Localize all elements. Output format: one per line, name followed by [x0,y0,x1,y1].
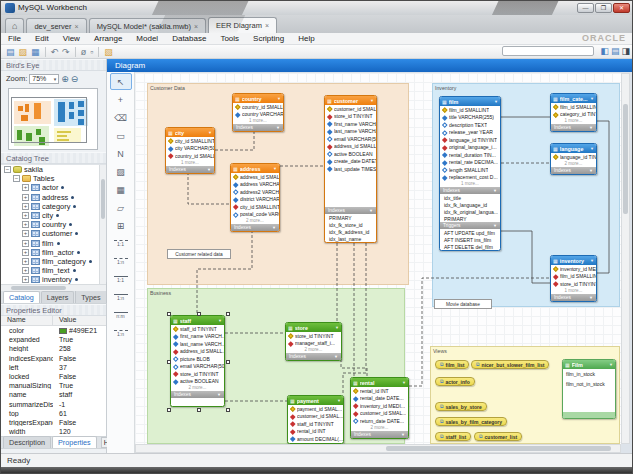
selection-handle[interactable] [167,360,171,364]
table-header[interactable]: ▦rental▼ [351,378,408,387]
table-inventory[interactable]: ▦inventory▼inventory_id MEDI...film_id S… [550,255,597,302]
collapse-icon[interactable]: ▼ [208,130,212,135]
table-header[interactable]: ▦customer▼ [325,96,376,105]
collapse-icon[interactable]: ▼ [335,325,339,330]
collapse-icon[interactable]: ▼ [370,98,374,103]
table-header[interactable]: ▦staff▼ [171,316,224,325]
selection-handle[interactable] [226,408,230,412]
save-icon[interactable]: ▦ [31,47,40,57]
tool-rel-1-n[interactable]: 1:n [110,289,132,306]
tree-item-tables[interactable]: −Tables [1,174,106,183]
selection-handle[interactable] [197,312,201,316]
expander-icon[interactable]: + [22,184,29,191]
collapse-icon[interactable]: ▼ [402,380,406,385]
tab-catalog[interactable]: Catalog [3,291,40,303]
tree-item-sakila[interactable]: −sakila [1,165,106,174]
expander-icon[interactable]: + [22,212,29,219]
table-language[interactable]: ▦language▼language_id TINY...2 more...In… [550,143,597,175]
tab-close-icon[interactable]: × [194,23,198,30]
tree-item-film-text[interactable]: +film_text [1,266,106,275]
new-document-icon[interactable]: ▤ [6,47,15,57]
collapse-icon[interactable]: ▼ [590,258,594,263]
table-address[interactable]: ▦address▼address_id SMALLINTaddress VARC… [230,163,280,232]
grid-icon[interactable]: ▫ [90,47,93,57]
search-input[interactable] [502,46,594,56]
table-header[interactable]: ▦country▼ [233,94,283,103]
expander-icon[interactable]: + [22,203,29,210]
menu-item-model[interactable]: Model [129,34,165,43]
expander-icon[interactable]: + [22,267,29,274]
collapse-icon[interactable]: ▼ [590,146,594,151]
tool-image[interactable]: ▨ [110,163,132,180]
routine-group-header[interactable]: ▦Film▼ [563,360,615,369]
table-payment[interactable]: ▦payment▼payment_id SMAL...customer_id S… [287,395,344,444]
section-indexes[interactable]: Indexes▼ [551,294,596,301]
section-indexes[interactable]: Indexes▼ [233,124,283,131]
canvas-horizontal-scrollbar[interactable] [135,444,621,453]
tab-layers[interactable]: Layers [41,291,75,303]
table-city[interactable]: ▦city▼city_id SMALLINTcity VARCHAR(50)co… [165,127,215,174]
property-row-summarizedisplay[interactable]: summarizeDisplay-1 [1,400,106,409]
selection-handle[interactable] [197,408,201,412]
close-button[interactable]: ✕ [613,3,630,13]
expander-icon[interactable]: + [22,249,29,256]
collapse-icon[interactable]: ▼ [218,318,222,323]
table-country[interactable]: ▦country▼country_id SMALLINTcountry VARC… [232,93,284,132]
birds-eye-minimap[interactable] [8,88,98,150]
section-indexes[interactable]: Indexes▼ [166,166,214,173]
menu-item-view[interactable]: View [56,34,87,43]
table-film[interactable]: ▦film▼film_id SMALLINTtitle VARCHAR(255)… [439,96,501,251]
tab-description[interactable]: Description [3,436,51,448]
property-row-manualsizing[interactable]: manualSizingTrue [1,381,106,390]
tool-rel-1-n-dashed[interactable]: 1:n [110,253,132,270]
tree-item-actor[interactable]: +actor [1,183,106,192]
collapse-icon[interactable]: ▼ [609,362,613,367]
tool-table[interactable]: ▦ [110,181,132,198]
selection-handle[interactable] [226,312,230,316]
tool-hand[interactable]: + [110,91,132,108]
tool-routine-group[interactable]: ⊞ [110,217,132,234]
menu-item-arrange[interactable]: Arrange [87,34,129,43]
tab-mysql-model-sakila-mwb[interactable]: MySQL Model* (sakila.mwb)× [89,18,206,33]
tree-item-film-actor[interactable]: +film_actor [1,248,106,257]
note-customer-related-data[interactable]: Customer related data [167,249,231,259]
collapse-icon[interactable]: ▼ [277,96,281,101]
view-badge-sales-by-film-category[interactable]: ⧉sales_by_film_category [435,417,507,426]
tree-item-country[interactable]: +country [1,220,106,229]
section-indexes[interactable]: Indexes▼ [231,224,279,231]
table-store[interactable]: ▦store▼store_id TINYINTmanager_staff_i..… [285,322,342,361]
routine-group-film[interactable]: ▦Film▼film_in_stockfilm_not_in_stock [562,359,616,419]
note-movie-database[interactable]: Movie database [434,299,492,309]
zoom-actual-icon[interactable]: ø [81,47,87,57]
view-badge-sales-by-store[interactable]: ⧉sales_by_store [435,402,487,411]
expander-icon[interactable]: + [22,240,29,247]
property-row-triggersexpanded[interactable]: triggersExpandedFalse [1,418,106,427]
title-bar[interactable]: MySQL Workbench — ❐ ✕ [1,1,633,15]
tree-item-customer[interactable]: +customer [1,229,106,238]
selection-handle[interactable] [167,312,171,316]
open-icon[interactable]: ▨ [19,47,28,57]
view-badge-customer-list[interactable]: ⧉customer_list [474,432,522,441]
table-staff[interactable]: ▦staff▼staff_id TINYINTfirst_name VARCH.… [170,315,225,407]
section-indexes[interactable]: Indexes▼ [351,431,408,438]
section-indexes[interactable]: Indexes▼ [286,353,341,360]
tool-rel-1-1[interactable]: 1:1 [110,271,132,288]
table-customer[interactable]: ▦customer▼customer_id SMALL...store_id T… [324,95,377,243]
property-row-name[interactable]: namestaff [1,390,106,399]
table-header[interactable]: ▦film▼ [440,97,500,106]
table-header[interactable]: ▦language▼ [551,144,596,153]
expander-icon[interactable]: − [4,166,11,173]
toggle-sidebar-right-icon[interactable]: ◨ [621,46,630,56]
property-row-width[interactable]: width120 [1,427,106,436]
diagram-canvas[interactable]: Customer DataInventoryBusinessViews▦coun… [135,73,621,444]
collapse-icon[interactable]: ▼ [273,166,277,171]
menu-item-help[interactable]: Help [291,34,321,43]
tree-item-film[interactable]: +film [1,239,106,248]
property-row-left[interactable]: left37 [1,363,106,372]
zoom-out-icon[interactable]: ⊖ [71,74,79,84]
property-row-locked[interactable]: lockedFalse [1,372,106,381]
maximize-button[interactable]: ❐ [595,3,612,13]
expander-icon[interactable]: + [22,221,29,228]
canvas-vertical-scrollbar[interactable] [621,73,630,444]
collapse-icon[interactable]: ▼ [494,99,498,104]
